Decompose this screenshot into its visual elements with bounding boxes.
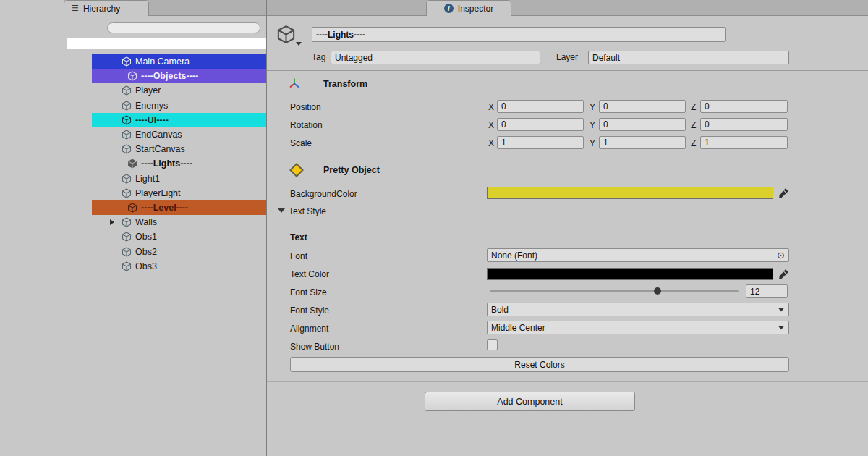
hierarchy-tab-label: Hierarchy [83, 4, 120, 14]
tree-item-label: ----Objects---- [141, 71, 198, 81]
tree-item-label: Enemys [135, 101, 168, 111]
separator [267, 381, 868, 382]
tree-item-playerlight[interactable]: PlayerLight [64, 186, 266, 200]
text-section-title: Text [290, 232, 307, 242]
tree-item-label: Obs2 [135, 247, 157, 257]
tree-item-light1[interactable]: Light1 [64, 172, 266, 186]
gameobject-cube-icon [122, 101, 132, 111]
tree-item-label: StartCanvas [135, 144, 185, 154]
inspector-panel: i Inspector ----Lights---- Tag Untagged … [267, 0, 868, 456]
tag-label: Tag [312, 52, 326, 62]
tree-item-label: Main Camera [135, 56, 190, 67]
eyedropper-icon[interactable] [778, 269, 789, 279]
icon-dropdown-caret[interactable] [296, 42, 302, 46]
position-z-field[interactable]: 0 [700, 100, 788, 113]
object-picker-icon[interactable]: ⊙ [777, 250, 785, 260]
y-axis-label: Y [590, 120, 595, 130]
reset-colors-button[interactable]: Reset Colors [290, 357, 789, 372]
tree-item-obs3[interactable]: Obs3 [64, 259, 266, 274]
expand-arrow-icon[interactable] [110, 219, 114, 225]
text-color-label: Text Color [290, 269, 329, 279]
gameobject-cube-icon [122, 144, 132, 154]
font-size-slider-track[interactable] [490, 290, 739, 292]
text-style-foldout-icon[interactable] [278, 208, 285, 213]
tree-item-label: Obs3 [135, 261, 157, 271]
tree-item-obs1[interactable]: Obs1 [64, 229, 266, 244]
tree-item-enemys[interactable]: Enemys [64, 98, 266, 113]
tab-hierarchy[interactable]: ☰ Hierarchy [64, 0, 149, 16]
y-axis-label: Y [590, 102, 595, 112]
tag-dropdown[interactable]: Untagged [331, 51, 540, 64]
inspector-tab-label: Inspector [458, 4, 493, 14]
text-color-swatch[interactable] [487, 268, 773, 280]
scale-x-field[interactable]: 1 [497, 136, 584, 149]
font-object-field[interactable]: None (Font) ⊙ [487, 248, 789, 262]
font-value: None (Font) [491, 250, 537, 261]
rotation-label: Rotation [290, 120, 323, 130]
scale-label: Scale [290, 138, 312, 148]
text-style-label[interactable]: Text Style [289, 206, 326, 216]
show-button-checkbox[interactable] [487, 339, 498, 350]
hierarchy-body: Main Camera ----Objects---- Player Enemy… [64, 16, 266, 456]
y-axis-label: Y [590, 138, 595, 148]
tree-item-label: Obs1 [135, 232, 157, 242]
tree-item-endcanvas[interactable]: EndCanvas [64, 127, 266, 142]
tree-item-obs2[interactable]: Obs2 [64, 244, 266, 258]
tree-item-label: Walls [135, 217, 157, 227]
tree-item-ui-separator[interactable]: ----UI---- [64, 113, 266, 127]
rotation-z-field[interactable]: 0 [700, 118, 788, 131]
scale-z-field[interactable]: 1 [700, 136, 788, 149]
tab-inspector[interactable]: i Inspector [426, 0, 511, 16]
gameobject-cube-icon [127, 159, 137, 169]
gameobject-cube-icon [122, 85, 132, 96]
tree-item-walls[interactable]: Walls [64, 215, 266, 229]
tree-item-label: PlayerLight [135, 188, 181, 198]
rotation-y-field[interactable]: 0 [599, 118, 686, 131]
chevron-down-icon [778, 326, 784, 329]
tree-item-startcanvas[interactable]: StartCanvas [64, 142, 266, 156]
z-axis-label: Z [691, 120, 696, 130]
tree-item-lights-separator[interactable]: ----Lights---- [64, 156, 266, 171]
add-component-button[interactable]: Add Component [425, 392, 635, 411]
gameobject-cube-icon [122, 130, 132, 140]
tree-item-level-separator[interactable]: ----Level---- [64, 200, 266, 215]
tree-item-objects-separator[interactable]: ----Objects---- [64, 69, 266, 83]
tree-item-label: Player [135, 85, 161, 96]
background-color-swatch[interactable] [487, 187, 773, 199]
gameobject-header-cube-icon[interactable] [276, 25, 296, 44]
search-input[interactable] [107, 22, 260, 33]
x-axis-label: X [488, 138, 494, 148]
show-button-label: Show Button [290, 342, 339, 352]
gameobject-cube-icon [122, 115, 132, 125]
layer-dropdown[interactable]: Default [588, 51, 789, 64]
alignment-dropdown[interactable]: Middle Center [487, 321, 789, 334]
tree-item-main-camera[interactable]: Main Camera [64, 54, 266, 69]
font-size-slider-thumb[interactable] [654, 287, 661, 295]
font-style-dropdown[interactable]: Bold [487, 303, 789, 316]
menu-icon: ☰ [72, 4, 79, 13]
separator [267, 70, 868, 71]
scale-y-field[interactable]: 1 [599, 136, 686, 149]
eyedropper-icon[interactable] [778, 187, 789, 198]
gameobject-cube-icon [122, 261, 132, 271]
z-axis-label: Z [691, 138, 696, 148]
font-style-label: Font Style [290, 305, 329, 316]
gameobject-cube-icon [127, 71, 137, 81]
pretty-object-title: Pretty Object [323, 165, 380, 175]
hierarchy-tree: Main Camera ----Objects---- Player Enemy… [64, 54, 266, 274]
tree-item-label: ----Level---- [141, 203, 188, 213]
alignment-label: Alignment [290, 324, 328, 334]
tree-item-player[interactable]: Player [64, 83, 266, 98]
gameobject-cube-icon [122, 217, 132, 227]
tree-item-label: ----Lights---- [141, 159, 192, 169]
position-x-field[interactable]: 0 [497, 100, 584, 113]
gameobject-cube-icon [122, 232, 132, 242]
font-size-label: Font Size [290, 287, 327, 297]
x-axis-label: X [488, 102, 494, 112]
z-axis-label: Z [691, 102, 696, 112]
gameobject-name-field[interactable]: ----Lights---- [312, 27, 726, 42]
rotation-x-field[interactable]: 0 [497, 118, 584, 131]
transform-icon [289, 77, 300, 89]
font-size-value-field[interactable]: 12 [746, 284, 788, 298]
position-y-field[interactable]: 0 [599, 100, 686, 113]
